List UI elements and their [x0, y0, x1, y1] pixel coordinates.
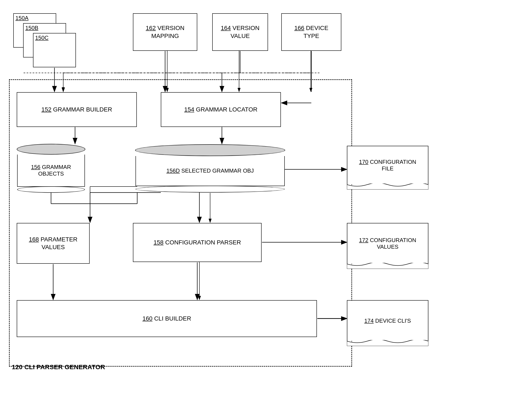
cylinder-156-grammar-objects: 156 GRAMMAROBJECTS	[17, 144, 85, 193]
box-162-version-mapping: 162 VERSIONMAPPING	[133, 13, 197, 51]
box-150c: 150C	[33, 33, 76, 67]
box-154-grammar-locator: 154 GRAMMAR LOCATOR	[161, 92, 281, 127]
doc-170-wave	[347, 184, 428, 189]
box-158-configuration-parser: 158 CONFIGURATION PARSER	[133, 223, 261, 262]
box-166-device-type: 166 DEVICETYPE	[281, 13, 341, 51]
box-152-grammar-builder: 152 GRAMMAR BUILDER	[17, 92, 137, 127]
doc-172-wave	[347, 263, 428, 269]
diagram: 120 CLI PARSER GENERATOR 150A 150B 150C …	[0, 0, 521, 420]
doc-170-configuration-file: 170 CONFIGURATIONFILE	[347, 146, 428, 184]
box-168-parameter-values: 168 PARAMETERVALUES	[17, 223, 90, 264]
doc-174-wave	[347, 340, 428, 346]
doc-172-configuration-values: 172 CONFIGURATIONVALUES	[347, 223, 428, 264]
box-164-version-value: 164 VERSIONVALUE	[212, 13, 268, 51]
box-160-cli-builder: 160 CLI BUILDER	[17, 300, 317, 337]
cylinder-156d-selected-grammar: 156D SELECTED GRAMMAR OBJ	[135, 144, 285, 193]
cli-parser-generator-label: 120 CLI PARSER GENERATOR	[12, 363, 105, 371]
doc-174-device-clis: 174 DEVICE CLI'S	[347, 300, 428, 341]
